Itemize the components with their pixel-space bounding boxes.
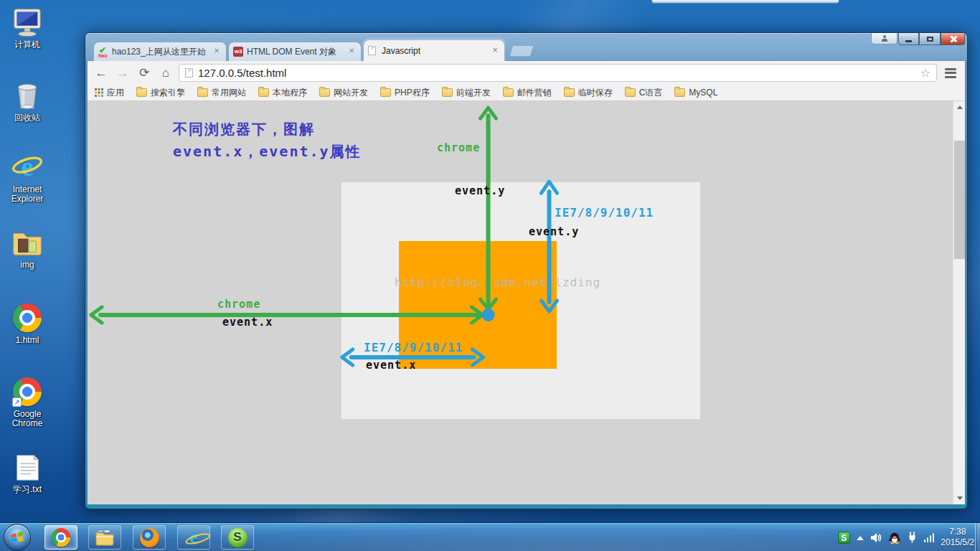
bookmark-label: 应用 bbox=[107, 87, 124, 99]
qq-icon[interactable] bbox=[889, 532, 900, 544]
tab-title: Javascript bbox=[382, 46, 486, 56]
bookmark-label: MySQL bbox=[689, 88, 717, 98]
taskbar-firefox-button[interactable] bbox=[133, 525, 166, 550]
home-button[interactable]: ⌂ bbox=[157, 65, 174, 82]
chrome-icon bbox=[52, 528, 70, 547]
close-button[interactable] bbox=[941, 33, 965, 45]
new-tab-button[interactable] bbox=[509, 45, 534, 57]
tray-expand-icon[interactable] bbox=[857, 532, 864, 540]
address-bar[interactable]: 127.0.0.5/test.html ☆ bbox=[179, 64, 937, 82]
forward-button[interactable]: → bbox=[114, 65, 131, 82]
w3schools-favicon: w3 bbox=[233, 47, 243, 57]
bookmark-folder-web-dev[interactable]: 网站开发 bbox=[319, 87, 368, 99]
desktop-icon-label: 学习.txt bbox=[13, 485, 42, 494]
back-button[interactable]: ← bbox=[93, 65, 110, 82]
label-event-y-ie: event.y bbox=[529, 225, 579, 238]
scrollbar-down-button[interactable] bbox=[953, 493, 965, 504]
taskbar-clock[interactable]: 7:38 2015/5/2 bbox=[941, 527, 974, 548]
bookmarks-bar: 应用 搜索引擎 常用网站 本地程序 网站开发 PHP程序 前端开发 邮件营销 临… bbox=[88, 85, 965, 101]
tray-sogou-icon[interactable]: S bbox=[838, 532, 850, 544]
url-text: 127.0.0.5/test.html bbox=[198, 67, 915, 79]
svg-text:e: e bbox=[21, 151, 33, 182]
tab-close-button[interactable]: × bbox=[347, 47, 357, 57]
menu-button[interactable] bbox=[941, 65, 960, 82]
desktop-icon-label: Internet Explorer bbox=[1, 185, 53, 204]
bookmark-folder-mysql[interactable]: MySQL bbox=[674, 88, 717, 98]
internet-explorer-icon: e bbox=[189, 528, 198, 547]
minimize-icon bbox=[905, 40, 912, 42]
hidden-window-edge bbox=[651, 0, 839, 4]
hao123-favicon: ✔hao bbox=[98, 47, 108, 57]
bookmark-label: 邮件营销 bbox=[517, 87, 552, 99]
bookmark-apps[interactable]: 应用 bbox=[95, 87, 124, 99]
folder-icon bbox=[380, 88, 391, 97]
label-ie-versions-x: IE7/8/9/10/11 bbox=[364, 341, 463, 354]
taskbar-ie-button[interactable]: e bbox=[177, 525, 210, 550]
desktop-icon-img-folder[interactable]: img bbox=[1, 226, 53, 270]
bookmark-folder-temp-save[interactable]: 临时保存 bbox=[564, 87, 613, 99]
taskbar: e S S 7:38 2015/5/2 bbox=[0, 522, 980, 551]
bookmark-label: C语言 bbox=[639, 87, 663, 99]
bookmark-folder-email-marketing[interactable]: 邮件营销 bbox=[503, 87, 552, 99]
desktop-icon-computer[interactable]: 计算机 bbox=[1, 6, 53, 50]
scrollbar[interactable] bbox=[953, 101, 965, 504]
bookmark-folder-c-language[interactable]: C语言 bbox=[625, 87, 663, 99]
desktop-icon-study-txt[interactable]: 学习.txt bbox=[1, 451, 53, 494]
folder-icon bbox=[258, 88, 269, 97]
bookmark-folder-common-sites[interactable]: 常用网站 bbox=[197, 87, 246, 99]
computer-icon bbox=[11, 6, 44, 39]
bookmark-folder-php[interactable]: PHP程序 bbox=[380, 87, 430, 99]
desktop-icon-recycle-bin[interactable]: 回收站 bbox=[1, 79, 53, 123]
tab-hao123[interactable]: ✔hao hao123_上网从这里开始 × bbox=[93, 42, 227, 61]
bookmark-label: PHP程序 bbox=[395, 87, 430, 99]
network-signal-icon[interactable] bbox=[924, 532, 935, 542]
scrollbar-thumb[interactable] bbox=[954, 141, 965, 259]
tab-close-button[interactable]: × bbox=[490, 46, 500, 56]
tab-html-dom-event[interactable]: w3 HTML DOM Event 对象 × bbox=[228, 42, 362, 61]
scrollbar-up-button[interactable] bbox=[953, 101, 965, 113]
tray-date: 2015/5/2 bbox=[941, 537, 974, 548]
tab-close-button[interactable]: × bbox=[212, 47, 222, 57]
bookmark-folder-search-engines[interactable]: 搜索引擎 bbox=[136, 87, 185, 99]
shortcut-arrow-icon: ↗ bbox=[12, 397, 22, 407]
tab-strip: ✔hao hao123_上网从这里开始 × w3 HTML DOM Event … bbox=[88, 33, 965, 61]
folder-icon bbox=[197, 88, 208, 97]
profile-button[interactable] bbox=[871, 33, 897, 44]
maximize-button[interactable] bbox=[919, 33, 941, 45]
bookmark-label: 网站开发 bbox=[334, 87, 368, 99]
bookmark-star-icon[interactable]: ☆ bbox=[920, 66, 930, 80]
power-plug-icon[interactable] bbox=[907, 532, 918, 543]
folder-icon bbox=[625, 88, 636, 97]
desktop-icon-internet-explorer[interactable]: e Internet Explorer bbox=[1, 151, 53, 204]
desktop-icon-1html[interactable]: 1.html bbox=[1, 301, 53, 345]
system-tray: S 7:38 2015/5/2 bbox=[838, 523, 974, 551]
bookmark-label: 临时保存 bbox=[578, 87, 613, 99]
bookmark-folder-frontend[interactable]: 前端开发 bbox=[442, 87, 491, 99]
folder-icon bbox=[564, 88, 575, 97]
page-content: 不同浏览器下，图解 event.x，event.y属性 http://blog.… bbox=[88, 101, 965, 504]
volume-icon[interactable] bbox=[870, 532, 882, 543]
show-desktop-button[interactable] bbox=[975, 523, 980, 551]
windows-flag-icon bbox=[9, 529, 25, 545]
bookmark-label: 常用网站 bbox=[212, 87, 246, 99]
refresh-button[interactable]: ⟳ bbox=[136, 65, 153, 82]
taskbar-explorer-button[interactable] bbox=[88, 525, 121, 550]
start-button[interactable] bbox=[4, 524, 31, 551]
desktop-icon-label: img bbox=[20, 260, 34, 270]
page-title-line2: event.x，event.y属性 bbox=[173, 142, 362, 161]
image-folder-icon bbox=[11, 226, 44, 259]
page-favicon bbox=[368, 46, 378, 56]
bookmark-folder-local-programs[interactable]: 本地程序 bbox=[258, 87, 307, 99]
desktop-icon-google-chrome[interactable]: ↗ Google Chrome bbox=[1, 375, 53, 428]
minimize-button[interactable] bbox=[898, 33, 919, 45]
label-chrome-y: chrome bbox=[437, 141, 480, 154]
test-page: 不同浏览器下，图解 event.x，event.y属性 http://blog.… bbox=[88, 101, 953, 504]
folder-icon bbox=[674, 88, 685, 97]
taskbar-sogou-button[interactable]: S bbox=[221, 525, 254, 550]
sogou-icon: S bbox=[228, 528, 248, 547]
desktop-icon-label: 1.html bbox=[16, 336, 39, 345]
arrow-up-icon bbox=[957, 103, 963, 109]
tab-javascript[interactable]: Javascript × bbox=[363, 39, 505, 61]
firefox-icon bbox=[140, 528, 159, 547]
taskbar-chrome-button[interactable] bbox=[44, 525, 77, 550]
